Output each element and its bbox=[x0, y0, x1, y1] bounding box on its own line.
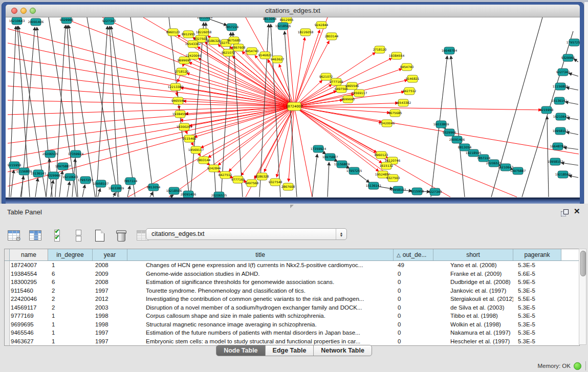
table-scrollbar[interactable] bbox=[579, 249, 586, 345]
table-cell[interactable]: Yano et al. (2008) bbox=[433, 261, 513, 270]
table-cell[interactable]: 0 bbox=[394, 329, 433, 337]
window-titlebar[interactable]: citations_edges.txt bbox=[6, 5, 580, 17]
table-cell[interactable]: 5.3E-5 bbox=[513, 287, 561, 295]
table-cell[interactable]: 1 bbox=[48, 312, 93, 320]
table-cell[interactable]: 1 bbox=[48, 320, 93, 329]
table-mode-button[interactable]: ⚙ bbox=[6, 228, 21, 243]
table-cell[interactable]: 5.3E-5 bbox=[513, 312, 561, 320]
table-cell[interactable]: 1998 bbox=[93, 320, 127, 329]
table-cell[interactable]: 5.3E-5 bbox=[513, 303, 561, 312]
table-cell[interactable]: 18300295 bbox=[10, 278, 48, 287]
table-cell[interactable]: Dudbridge et al. (2008) bbox=[433, 278, 513, 287]
table-cell[interactable]: 18724007 bbox=[10, 261, 48, 270]
table-cell[interactable]: 2008 bbox=[93, 278, 127, 287]
table-cell[interactable]: 0 bbox=[394, 312, 433, 320]
table-selector-dropdown[interactable]: citations_edges.txt ▲▼ bbox=[146, 228, 347, 240]
table-cell[interactable]: Nakamura et al. (1997) bbox=[433, 329, 513, 337]
table-cell[interactable]: 1 bbox=[48, 337, 93, 346]
column-header-pagerank[interactable]: pagerank bbox=[513, 249, 561, 260]
table-cell[interactable]: 22420046 bbox=[10, 295, 48, 303]
column-header-out_de[interactable]: △out_de... bbox=[394, 249, 433, 260]
unselect-all-button[interactable] bbox=[71, 228, 86, 243]
citation-network-graph[interactable]: 8960123891295518226058932750316543382818… bbox=[6, 17, 580, 198]
table-cell[interactable]: 0 bbox=[394, 270, 433, 278]
table-cell[interactable]: Investigating the contribution of common… bbox=[127, 295, 394, 303]
table-cell[interactable]: 5.5E-5 bbox=[513, 295, 561, 303]
panel-splitter-handle[interactable] bbox=[290, 205, 294, 208]
column-header-in_degree[interactable]: in_degree bbox=[48, 249, 93, 260]
table-cell[interactable]: Structural magnetic resonance image aver… bbox=[127, 320, 394, 329]
table-cell[interactable]: Changes of HCN gene expression and I(f) … bbox=[127, 261, 394, 270]
table-cell[interactable]: Disruption of a novel member of a sodium… bbox=[127, 303, 394, 312]
table-cell[interactable]: 9463627 bbox=[10, 337, 48, 346]
table-cell[interactable]: 1 bbox=[48, 329, 93, 337]
table-row[interactable]: 1830029562008Estimation of significance … bbox=[5, 278, 579, 287]
table-cell[interactable]: Tibbo et al. (1998) bbox=[433, 312, 513, 320]
table-cell[interactable]: 5.9E-5 bbox=[513, 278, 561, 287]
create-column-button[interactable] bbox=[92, 228, 107, 243]
table-cell[interactable]: 2 bbox=[48, 295, 93, 303]
tab-node-table[interactable]: Node Table bbox=[216, 345, 265, 356]
table-row[interactable]: 1938455462009Genome-wide association stu… bbox=[5, 270, 579, 278]
table-cell[interactable]: 1997 bbox=[93, 287, 127, 295]
table-row[interactable]: 911546021997Tourette syndrome. Phenomeno… bbox=[5, 287, 579, 295]
table-cell[interactable]: 5.3E-5 bbox=[513, 320, 561, 329]
table-cell[interactable]: Genome-wide association studies in ADHD. bbox=[127, 270, 394, 278]
table-cell[interactable]: 6 bbox=[48, 270, 93, 278]
table-cell[interactable]: 0 bbox=[394, 303, 433, 312]
table-cell[interactable]: 9465546 bbox=[10, 329, 48, 337]
table-cell[interactable]: Embryonic stem cells: a model to study s… bbox=[127, 337, 394, 346]
column-header-year[interactable]: year bbox=[93, 249, 127, 260]
table-cell[interactable]: 49 bbox=[394, 261, 433, 270]
table-cell[interactable]: 0 bbox=[394, 287, 433, 295]
table-cell[interactable]: 2012 bbox=[93, 295, 127, 303]
tab-network-table[interactable]: Network Table bbox=[314, 345, 372, 356]
table-cell[interactable]: 9777169 bbox=[10, 312, 48, 320]
table-cell[interactable]: 2008 bbox=[93, 261, 127, 270]
table-cell[interactable]: 1997 bbox=[93, 329, 127, 337]
table-cell[interactable]: Estimation of significance thresholds fo… bbox=[127, 278, 394, 287]
table-cell[interactable]: Stergiakouli et al. (2012) bbox=[433, 295, 513, 303]
column-header-name[interactable]: name bbox=[10, 249, 48, 260]
table-cell[interactable]: 0 bbox=[394, 337, 433, 346]
table-cell[interactable]: 5.6E-5 bbox=[513, 270, 561, 278]
table-cell[interactable]: Wolkin et al. (1998) bbox=[433, 320, 513, 329]
table-cell[interactable]: de Silva et al. (2003) bbox=[433, 303, 513, 312]
table-cell[interactable]: 9699695 bbox=[10, 320, 48, 329]
table-cell[interactable]: 6 bbox=[48, 278, 93, 287]
table-row[interactable]: 946554611997Estimation of the future num… bbox=[5, 329, 579, 337]
float-panel-icon[interactable] bbox=[561, 209, 569, 216]
table-cell[interactable]: 14569117 bbox=[10, 303, 48, 312]
table-cell[interactable]: 2 bbox=[48, 303, 93, 312]
tab-edge-table[interactable]: Edge Table bbox=[266, 345, 314, 356]
table-cell[interactable]: 0 bbox=[394, 295, 433, 303]
table-cell[interactable]: 19384554 bbox=[10, 270, 48, 278]
table-row[interactable]: 1872400712008Changes of HCN gene express… bbox=[5, 261, 579, 270]
network-canvas[interactable]: 8960123891295518226058932750316543382818… bbox=[6, 17, 580, 198]
delete-column-button[interactable] bbox=[114, 228, 129, 243]
column-header-title[interactable]: title bbox=[127, 249, 394, 260]
table-cell[interactable]: 5.3E-5 bbox=[513, 337, 561, 346]
scrollbar-thumb[interactable] bbox=[580, 251, 586, 276]
table-cell[interactable]: Tourette syndrome. Phenomenology and cla… bbox=[127, 287, 394, 295]
close-panel-icon[interactable]: ✕ bbox=[574, 207, 580, 216]
select-all-button[interactable]: ✔ ✔ bbox=[49, 228, 64, 243]
table-cell[interactable]: Franke et al. (2009) bbox=[433, 270, 513, 278]
table-cell[interactable]: 1 bbox=[48, 261, 93, 270]
table-cell[interactable]: 2009 bbox=[93, 270, 127, 278]
table-cell[interactable]: 1997 bbox=[93, 337, 127, 346]
table-cell[interactable]: 9115460 bbox=[10, 287, 48, 295]
table-cell[interactable]: 0 bbox=[394, 278, 433, 287]
table-row[interactable]: 2242004622012Investigating the contribut… bbox=[5, 295, 579, 303]
table-cell[interactable]: 5.3E-5 bbox=[513, 329, 561, 337]
table-row[interactable]: 977716911998Corpus callosum shape and si… bbox=[5, 312, 579, 320]
table-cell[interactable]: Corpus callosum shape and size in male p… bbox=[127, 312, 394, 320]
table-cell[interactable]: 5.3E-5 bbox=[513, 261, 561, 270]
column-header-short[interactable]: short bbox=[433, 249, 513, 260]
table-cell[interactable]: 2 bbox=[48, 287, 93, 295]
table-cell[interactable]: 0 bbox=[394, 320, 433, 329]
table-cell[interactable]: Estimation of the future numbers of pati… bbox=[127, 329, 394, 337]
show-columns-button[interactable] bbox=[28, 228, 43, 243]
table-cell[interactable]: Jankovic et al. (1997) bbox=[433, 287, 513, 295]
table-cell[interactable]: 1998 bbox=[93, 312, 127, 320]
